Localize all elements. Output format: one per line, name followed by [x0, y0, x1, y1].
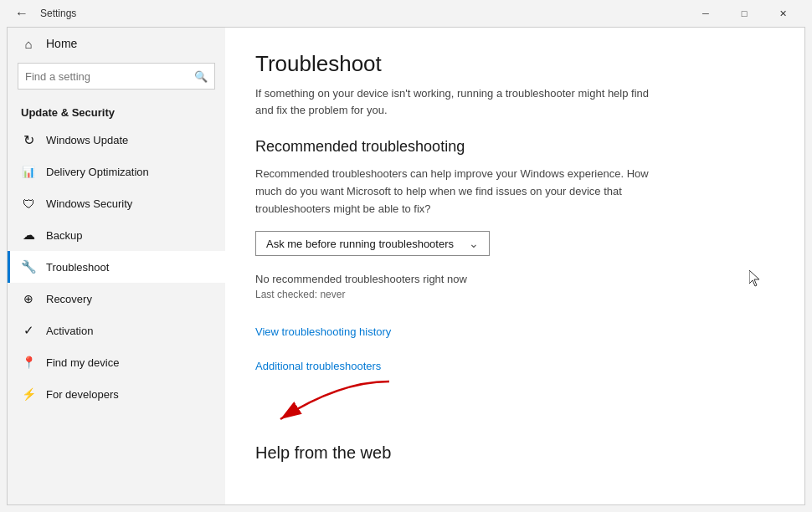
- sidebar-item-label: Activation: [46, 325, 93, 337]
- page-description: If something on your device isn't workin…: [255, 85, 657, 118]
- sidebar-item-label: Troubleshoot: [46, 261, 109, 274]
- sidebar-item-activation[interactable]: ✓ Activation: [8, 315, 225, 346]
- sidebar-item-label: Find my device: [46, 356, 119, 369]
- back-button[interactable]: ←: [10, 2, 33, 25]
- sidebar: ⌂ Home 🔍 Update & Security ↻ Windows Upd…: [8, 28, 225, 504]
- recovery-icon: ⊕: [21, 291, 36, 306]
- sidebar-item-label: Windows Update: [46, 134, 128, 146]
- find-device-icon: 📍: [21, 355, 36, 370]
- maximize-button[interactable]: □: [725, 0, 763, 27]
- troubleshoot-dropdown[interactable]: Ask me before running troubleshooters ⌄: [255, 231, 490, 256]
- app-body: ⌂ Home 🔍 Update & Security ↻ Windows Upd…: [7, 27, 805, 505]
- close-button[interactable]: ✕: [763, 0, 802, 27]
- backup-icon: ☁: [21, 228, 36, 243]
- security-icon: 🛡: [21, 196, 36, 211]
- update-icon: ↻: [21, 132, 36, 147]
- sidebar-item-label: Windows Security: [46, 197, 132, 210]
- sidebar-item-label: Delivery Optimization: [46, 166, 149, 178]
- category-label: Update & Security: [8, 96, 225, 124]
- sidebar-item-home[interactable]: ⌂ Home: [8, 28, 225, 59]
- titlebar: ← Settings ─ □ ✕: [0, 0, 812, 27]
- status-sub: Last checked: never: [255, 289, 774, 300]
- status-text: No recommended troubleshooters right now: [255, 273, 774, 285]
- view-history-link[interactable]: View troubleshooting history: [255, 325, 391, 338]
- main-panel: Troubleshoot If something on your device…: [225, 28, 804, 504]
- delivery-icon: 📊: [21, 164, 36, 179]
- home-icon: ⌂: [21, 36, 36, 51]
- sidebar-item-backup[interactable]: ☁ Backup: [8, 219, 225, 251]
- activation-icon: ✓: [21, 323, 36, 338]
- search-input[interactable]: [18, 70, 188, 83]
- recommended-description: Recommended troubleshooters can help imp…: [255, 166, 657, 218]
- annotation-arrow: [272, 373, 406, 440]
- chevron-down-icon: ⌄: [469, 237, 479, 250]
- sidebar-item-for-developers[interactable]: ⚡ For developers: [8, 378, 225, 410]
- help-section-title: Help from the web: [255, 443, 774, 463]
- window-controls: ─ □ ✕: [686, 0, 802, 27]
- search-icon: 🔍: [188, 63, 214, 90]
- home-label: Home: [46, 37, 77, 50]
- search-box[interactable]: 🔍: [18, 63, 215, 90]
- developers-icon: ⚡: [21, 387, 36, 402]
- page-title: Troubleshoot: [255, 51, 774, 77]
- sidebar-item-windows-update[interactable]: ↻ Windows Update: [8, 124, 225, 156]
- sidebar-item-windows-security[interactable]: 🛡 Windows Security: [8, 187, 225, 219]
- sidebar-item-find-my-device[interactable]: 📍 Find my device: [8, 346, 225, 378]
- troubleshoot-icon: 🔧: [21, 259, 36, 274]
- sidebar-item-recovery[interactable]: ⊕ Recovery: [8, 283, 225, 315]
- dropdown-value: Ask me before running troubleshooters: [266, 238, 454, 250]
- sidebar-item-label: For developers: [46, 388, 119, 401]
- recommended-section-title: Recommended troubleshooting: [255, 138, 774, 156]
- sidebar-item-troubleshoot[interactable]: 🔧 Troubleshoot: [8, 251, 225, 283]
- sidebar-item-label: Recovery: [46, 293, 92, 305]
- minimize-button[interactable]: ─: [686, 0, 725, 27]
- app-title: Settings: [40, 8, 76, 19]
- additional-troubleshooters-link[interactable]: Additional troubleshooters: [255, 360, 381, 372]
- sidebar-item-label: Backup: [46, 229, 82, 242]
- sidebar-item-delivery-optimization[interactable]: 📊 Delivery Optimization: [8, 156, 225, 187]
